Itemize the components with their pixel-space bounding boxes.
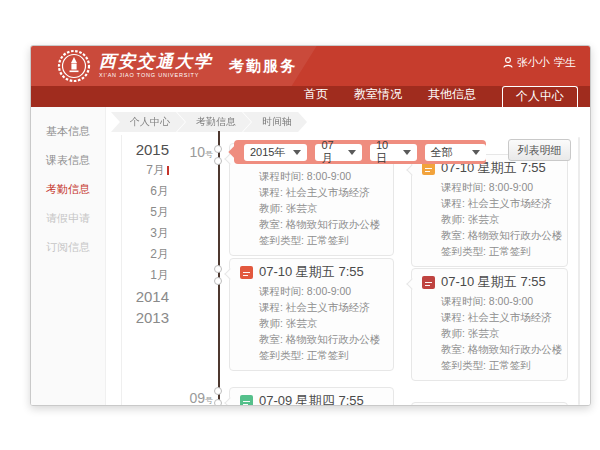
attendance-card[interactable]: 07-09 星期四 7:55 [229,387,394,406]
timeline-node [214,157,222,165]
card-field-teacher: 教师: 张芸京 [259,315,383,331]
app-header: 西安交通大学 XI'AN JIAO TONG UNIVERSITY 考勤服务 张… [31,46,590,86]
day-select[interactable]: 10日 [370,144,417,161]
scale-month-6[interactable]: 6月 [123,181,169,202]
card-field-signin-type: 签到类型: 正常签到 [441,357,557,373]
app-title: 考勤服务 [229,57,297,76]
scale-month-5[interactable]: 5月 [123,202,169,223]
breadcrumb-personal-center[interactable]: 个人中心 [111,112,185,132]
sidebar-item-schedule-info[interactable]: 课表信息 [31,146,105,175]
sidebar-item-leave-request[interactable]: 请假申请 [31,204,105,233]
sidebar-item-subscription-info[interactable]: 订阅信息 [31,233,105,262]
sidebar-item-basic-info[interactable]: 基本信息 [31,117,105,146]
scope-select-value: 全部 [431,145,453,160]
university-name-en: XI'AN JIAO TONG UNIVERSITY [99,73,213,79]
card-details: 课程时间: 8:00-9:00 课程: 社会主义市场经济 教师: 张芸京 教室:… [422,290,557,373]
user-name: 张小小 [517,55,550,70]
attendance-card[interactable]: 07-10 星期五 7:55 课程时间: 8:00-9:00 课程: 社会主义市… [229,258,394,371]
card-field-room: 教室: 格物致知行政办公楼 [441,227,557,243]
calendar-icon [240,266,253,279]
university-logo-icon [57,49,91,83]
chevron-down-icon [348,150,356,155]
university-name-block: 西安交通大学 XI'AN JIAO TONG UNIVERSITY [99,53,213,79]
timeline-node [214,145,222,153]
attendance-card[interactable]: 07-10 星期五 7:55 课程时间: 8:00-9:00 课程: 社会主义市… [411,154,568,267]
year-select[interactable]: 2015年 [244,144,307,161]
scale-month-1[interactable]: 1月 [123,265,169,286]
timeline-panel-divider [121,135,122,405]
card-date-title: 07-10 星期五 7:55 [441,274,546,290]
nav-item-other-info[interactable]: 其他信息 [428,86,476,107]
breadcrumb-attendance-info[interactable]: 考勤信息 [177,112,251,132]
selected-month-marker [167,166,169,175]
day-marker-10-num: 10 [189,144,205,160]
list-detail-button[interactable]: 列表明细 [508,139,571,161]
card-field-teacher: 教师: 张芸京 [441,211,557,227]
nav-item-classrooms[interactable]: 教室情况 [354,86,402,107]
scrollbar[interactable] [578,137,580,405]
card-field-room: 教室: 格物致知行政办公楼 [259,331,383,347]
card-date-title: 07-10 星期五 7:55 [259,264,364,280]
university-name-cn: 西安交通大学 [99,53,213,70]
scale-month-7-label: 7月 [146,163,165,177]
year-select-value: 2015年 [250,145,285,160]
card-details: 课程时间: 8:00-9:00 课程: 社会主义市场经济 教师: 张芸京 教室:… [240,165,383,248]
timeline-node [214,265,222,273]
card-date-title: 07-09 星期四 7:55 [259,393,364,406]
date-filter-bar: 2015年 07月 10日 全部 [234,140,486,164]
card-field-teacher: 教师: 张芸京 [259,200,383,216]
attendance-card-stub[interactable] [411,402,568,406]
scale-year-2013[interactable]: 2013 [123,307,169,328]
day-marker-10-suffix: 号 [205,150,213,159]
card-field-course: 课程: 社会主义市场经济 [259,299,383,315]
day-marker-09-suffix: 号 [205,396,213,405]
sidebar-item-attendance-info[interactable]: 考勤信息 [31,175,105,204]
chevron-down-icon [403,150,411,155]
card-field-time: 课程时间: 8:00-9:00 [259,283,383,299]
main-nav: 首页 教室情况 其他信息 个人中心 [31,86,590,107]
scale-year-2014[interactable]: 2014 [123,286,169,307]
scale-year-2015[interactable]: 2015 [123,139,169,160]
user-icon [503,57,513,68]
card-field-room: 教室: 格物致知行政办公楼 [259,216,383,232]
calendar-icon [422,276,435,289]
sidebar: 基本信息 课表信息 考勤信息 请假申请 订阅信息 [31,107,106,405]
card-field-signin-type: 签到类型: 正常签到 [259,347,383,363]
timeline-scale: 2015 7月 6月 5月 3月 2月 1月 2014 2013 [123,139,169,328]
calendar-icon [240,395,253,407]
month-select[interactable]: 07月 [315,144,362,161]
scale-month-2[interactable]: 2月 [123,244,169,265]
chevron-down-icon [293,150,301,155]
content-area: 基本信息 课表信息 考勤信息 请假申请 订阅信息 个人中心 考勤信息 时间轴 2… [31,107,590,405]
card-field-course: 课程: 社会主义市场经济 [441,195,557,211]
timeline-node [214,399,222,406]
day-marker-10: 10号 [179,144,213,160]
card-field-time: 课程时间: 8:00-9:00 [259,168,383,184]
month-select-value: 07月 [321,139,343,166]
day-select-value: 10日 [376,139,398,166]
user-info[interactable]: 张小小 学生 [503,55,576,70]
card-field-signin-type: 签到类型: 正常签到 [259,232,383,248]
card-details: 课程时间: 8:00-9:00 课程: 社会主义市场经济 教师: 张芸京 教室:… [422,176,557,259]
attendance-card[interactable]: 07-10 星期五 7:55 课程时间: 8:00-9:00 课程: 社会主义市… [411,268,568,381]
day-marker-09-num: 09 [189,390,205,406]
scale-month-7[interactable]: 7月 [123,160,169,181]
nav-item-home[interactable]: 首页 [304,86,328,107]
nav-item-personal-center[interactable]: 个人中心 [502,86,578,107]
card-field-course: 课程: 社会主义市场经济 [259,184,383,200]
user-role: 学生 [554,55,576,70]
day-marker-09: 09号 [179,390,213,406]
card-field-time: 课程时间: 8:00-9:00 [441,179,557,195]
scale-month-3[interactable]: 3月 [123,223,169,244]
chevron-down-icon [472,150,480,155]
card-field-teacher: 教师: 张芸京 [441,325,557,341]
card-field-course: 课程: 社会主义市场经济 [441,309,557,325]
timeline-node [214,277,222,285]
app-window: 西安交通大学 XI'AN JIAO TONG UNIVERSITY 考勤服务 张… [30,45,591,406]
scope-select[interactable]: 全部 [425,144,486,161]
breadcrumb-timeline[interactable]: 时间轴 [243,112,307,132]
breadcrumb: 个人中心 考勤信息 时间轴 [111,112,307,132]
card-field-signin-type: 签到类型: 正常签到 [441,243,557,259]
card-details: 课程时间: 8:00-9:00 课程: 社会主义市场经济 教师: 张芸京 教室:… [240,280,383,363]
card-field-room: 教室: 格物致知行政办公楼 [441,341,557,357]
